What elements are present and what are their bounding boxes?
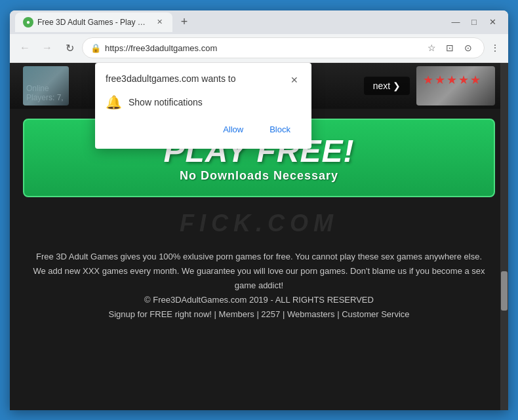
footer-line-2: We add new XXX games every month. We gua… (30, 264, 488, 293)
popup-header: free3dadultgames.com wants to ✕ (106, 73, 301, 86)
forward-button[interactable]: → (37, 38, 57, 58)
bell-icon: 🔔 (106, 94, 122, 110)
scrollbar-thumb[interactable] (501, 271, 508, 311)
block-button[interactable]: Block (259, 121, 301, 138)
logo-watermark: FICK.COM (180, 210, 338, 237)
url-text: https://free3dadultgames.com (105, 43, 420, 53)
maximize-button[interactable]: □ (469, 17, 479, 27)
browser-window: ● Free 3D Adult Games - Play Gran ✕ + — … (10, 10, 508, 410)
web-content: free3dadultgames.com wants to ✕ 🔔 Show n… (10, 63, 508, 410)
star-rating: ★★★★★ (423, 73, 482, 87)
tab-close-button[interactable]: ✕ (154, 17, 165, 28)
nav-actions: ⋮ (487, 40, 503, 56)
popup-buttons: Allow Block (106, 121, 301, 138)
notification-row: 🔔 Show notifications (106, 94, 301, 110)
tab-title: Free 3D Adult Games - Play Gran (37, 18, 150, 27)
address-actions: ☆ ⊡ ⊙ (424, 40, 476, 56)
extension-icon[interactable]: ⊡ (442, 40, 458, 56)
footer-line-3: © Free3DAdultGames.com 2019 - ALL RIGHTS… (30, 293, 488, 307)
header-right-image: ★★★★★ (416, 66, 495, 105)
online-players-text: Online Players: 7, (26, 84, 69, 102)
scrollbar[interactable] (500, 63, 508, 410)
lock-icon: 🔒 (90, 43, 101, 53)
back-button[interactable]: ← (15, 38, 35, 58)
tab-bar: ● Free 3D Adult Games - Play Gran ✕ + — … (10, 10, 508, 34)
active-tab[interactable]: ● Free 3D Adult Games - Play Gran ✕ (15, 12, 172, 32)
bookmark-icon[interactable]: ☆ (424, 40, 439, 56)
popup-close-button[interactable]: ✕ (288, 73, 301, 86)
notification-label: Show notifications (129, 97, 203, 107)
new-tab-button[interactable]: + (175, 13, 193, 31)
address-bar[interactable]: 🔒 https://free3dadultgames.com ☆ ⊡ ⊙ (82, 37, 485, 58)
footer-section: Free 3D Adult Games gives you 100% exlus… (10, 240, 508, 328)
popup-title: free3dadultgames.com wants to (106, 73, 235, 84)
minimize-button[interactable]: — (450, 17, 461, 27)
next-button[interactable]: next ❯ (364, 77, 410, 95)
footer-line-4: Signup for FREE right now! | Members | 2… (30, 307, 488, 322)
tab-favicon: ● (23, 17, 33, 28)
header-left-image: Online Players: 7, (23, 66, 69, 105)
navigation-bar: ← → ↻ 🔒 https://free3dadultgames.com ☆ ⊡… (10, 34, 508, 63)
notification-popup: free3dadultgames.com wants to ✕ 🔔 Show n… (95, 63, 311, 149)
window-controls: — □ ✕ (450, 17, 503, 27)
no-downloads-text: No Downloads Necessary (37, 169, 481, 183)
logo-area: FICK.COM (10, 207, 508, 240)
close-button[interactable]: ✕ (487, 17, 498, 27)
account-icon[interactable]: ⊙ (460, 40, 476, 56)
refresh-button[interactable]: ↻ (60, 38, 79, 58)
footer-line-1: Free 3D Adult Games gives you 100% exlus… (30, 250, 488, 264)
allow-button[interactable]: Allow (212, 121, 254, 138)
menu-icon[interactable]: ⋮ (487, 40, 503, 56)
